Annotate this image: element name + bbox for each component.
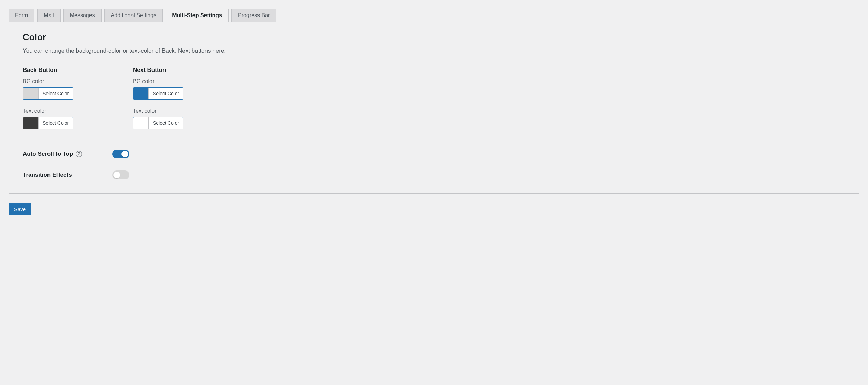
back-bg-color-picker[interactable]: Select Color — [23, 87, 73, 100]
transition-label: Transition Effects — [23, 172, 112, 178]
back-button-column: Back Button BG color Select Color Text c… — [23, 67, 133, 138]
color-swatch — [133, 88, 149, 99]
next-button-title: Next Button — [133, 67, 243, 74]
back-text-field: Text color Select Color — [23, 108, 133, 130]
next-bg-label: BG color — [133, 78, 243, 85]
transition-toggle[interactable] — [112, 170, 129, 179]
color-swatch — [23, 117, 39, 129]
section-description: You can change the background-color or t… — [23, 47, 845, 54]
back-button-title: Back Button — [23, 67, 133, 74]
select-color-label: Select Color — [39, 88, 73, 99]
select-color-label: Select Color — [39, 117, 73, 129]
section-title: Color — [23, 32, 845, 43]
toggle-knob — [113, 172, 120, 178]
next-button-column: Next Button BG color Select Color Text c… — [133, 67, 243, 138]
back-bg-field: BG color Select Color — [23, 78, 133, 100]
select-color-label: Select Color — [149, 88, 183, 99]
transition-text: Transition Effects — [23, 172, 72, 178]
tab-multi-step-settings[interactable]: Multi-Step Settings — [166, 9, 229, 22]
back-text-color-picker[interactable]: Select Color — [23, 117, 73, 129]
toggle-knob — [121, 151, 128, 157]
save-button[interactable]: Save — [9, 203, 31, 215]
back-text-label: Text color — [23, 108, 133, 114]
select-color-label: Select Color — [149, 117, 183, 129]
next-text-field: Text color Select Color — [133, 108, 243, 130]
auto-scroll-text: Auto Scroll to Top — [23, 151, 73, 157]
next-bg-field: BG color Select Color — [133, 78, 243, 100]
color-swatch — [23, 88, 39, 99]
auto-scroll-label: Auto Scroll to Top ? — [23, 151, 112, 157]
transition-row: Transition Effects — [23, 170, 845, 179]
auto-scroll-toggle[interactable] — [112, 150, 129, 158]
auto-scroll-row: Auto Scroll to Top ? — [23, 150, 845, 158]
settings-panel: Color You can change the background-colo… — [9, 22, 859, 194]
color-swatch — [133, 117, 149, 129]
tab-progress-bar[interactable]: Progress Bar — [231, 9, 276, 22]
tab-form[interactable]: Form — [9, 9, 34, 22]
tabs-bar: Form Mail Messages Additional Settings M… — [9, 9, 859, 22]
tab-mail[interactable]: Mail — [37, 9, 60, 22]
next-text-color-picker[interactable]: Select Color — [133, 117, 183, 129]
tab-messages[interactable]: Messages — [63, 9, 102, 22]
next-text-label: Text color — [133, 108, 243, 114]
back-bg-label: BG color — [23, 78, 133, 85]
tab-additional-settings[interactable]: Additional Settings — [104, 9, 163, 22]
button-color-columns: Back Button BG color Select Color Text c… — [23, 67, 845, 138]
next-bg-color-picker[interactable]: Select Color — [133, 87, 183, 100]
help-icon[interactable]: ? — [76, 151, 82, 157]
